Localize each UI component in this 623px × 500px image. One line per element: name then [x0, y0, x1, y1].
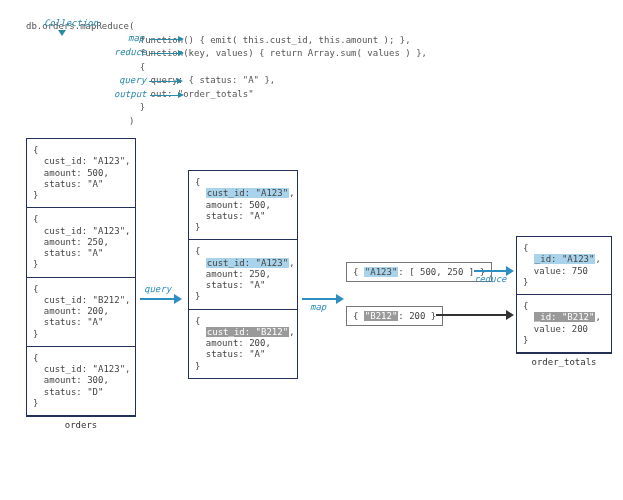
code-line: function() { emit( this.cust_id, this.am… [26, 34, 615, 48]
stage-reduce: reduce [474, 274, 507, 284]
filtered-collection: { cust_id: "A123", amount: 500, status: … [188, 170, 298, 379]
label-map: map [128, 33, 144, 43]
code-line: db.orders.mapReduce( [26, 20, 615, 34]
label-collection: Collection [44, 18, 98, 28]
orders-collection: { cust_id: "A123", amount: 500, status: … [26, 138, 136, 417]
arrow-reduce-b [436, 314, 508, 316]
doc: { cust_id: "A123", amount: 250, status: … [189, 240, 297, 309]
doc: { cust_id: "A123", amount: 500, status: … [189, 171, 297, 240]
doc: { cust_id: "B212", amount: 200, status: … [27, 278, 135, 347]
result-collection: { _id: "A123", value: 750 } { _id: "B212… [516, 236, 612, 354]
label-reduce: reduce [114, 47, 147, 57]
doc: { cust_id: "A123", amount: 300, status: … [27, 347, 135, 416]
label-query: query [119, 75, 146, 85]
doc: { _id: "B212", value: 200 } [517, 295, 611, 353]
orders-title: orders [27, 420, 135, 430]
mapped-b: { "B212": 200 } [346, 306, 443, 326]
doc: { cust_id: "A123", amount: 500, status: … [27, 139, 135, 208]
doc: { cust_id: "A123", amount: 250, status: … [27, 208, 135, 277]
mapped-a: { "A123": [ 500, 250 ] } [346, 262, 492, 282]
stage-query: query [144, 284, 171, 294]
arrow-map [302, 298, 338, 300]
code-block: Collection map reduce query output db.or… [8, 20, 615, 128]
stage-map: map [310, 302, 326, 312]
doc: { cust_id: "B212", amount: 200, status: … [189, 310, 297, 378]
code-line: query: { status: "A" }, [26, 74, 615, 88]
label-output: output [114, 89, 147, 99]
arrow-query [140, 298, 176, 300]
doc: { _id: "A123", value: 750 } [517, 237, 611, 295]
diagram: { cust_id: "A123", amount: 500, status: … [8, 138, 615, 458]
result-title: order_totals [517, 357, 611, 367]
code-line: ) [26, 115, 615, 129]
code-line: { [26, 61, 615, 75]
arrow-reduce-a [474, 270, 508, 272]
code-line: } [26, 101, 615, 115]
